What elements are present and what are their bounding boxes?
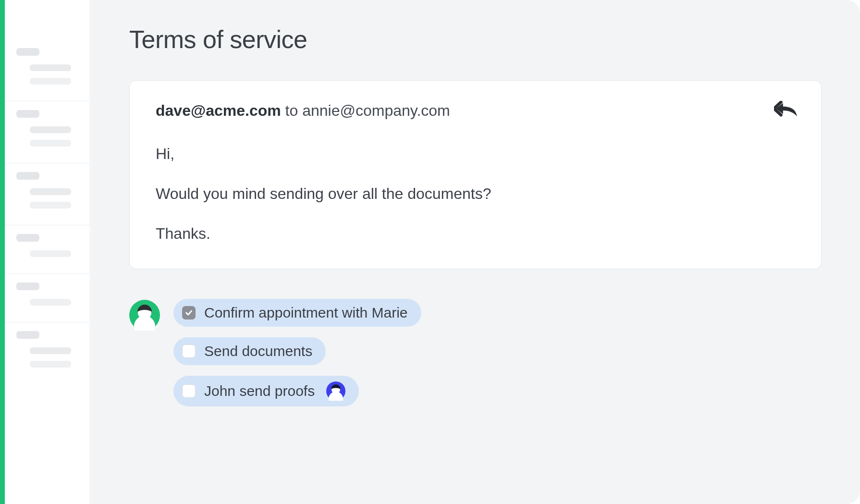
task-chip[interactable]: John send proofs (173, 376, 359, 406)
email-to: annie@company.com (302, 102, 450, 119)
sidebar-group (5, 322, 90, 384)
email-from: dave@acme.com (156, 102, 281, 119)
sidebar-skeleton-item (30, 78, 71, 85)
email-signoff: Thanks. (156, 223, 795, 244)
sidebar-group (5, 225, 90, 273)
task-label: Confirm appointment with Marie (204, 305, 408, 321)
task-label: Send documents (204, 343, 312, 359)
task-section: Confirm appointment with Marie Send docu… (129, 299, 822, 406)
sidebar-skeleton-item (30, 202, 71, 209)
sidebar-skeleton-item (30, 347, 71, 354)
email-to-word: to (285, 102, 298, 119)
reply-all-icon[interactable] (774, 101, 798, 118)
sidebar-skeleton-item (30, 250, 71, 257)
sidebar-skeleton-heading (16, 172, 39, 180)
accent-stripe (0, 0, 5, 504)
sidebar-skeleton-item (30, 361, 71, 368)
task-label: John send proofs (204, 383, 315, 399)
sidebar-group (5, 101, 90, 163)
checkbox-unchecked-icon[interactable] (182, 384, 196, 398)
sidebar-skeleton-heading (16, 234, 39, 242)
sidebar-skeleton-item (30, 126, 71, 133)
sidebar-group (5, 273, 90, 322)
sidebar-group (5, 163, 90, 225)
sidebar-skeleton-heading (16, 283, 39, 290)
email-body: Hi, Would you mind sending over all the … (156, 144, 795, 245)
checkbox-checked-icon[interactable] (182, 306, 196, 320)
email-greeting: Hi, (156, 144, 795, 164)
sidebar-skeleton-heading (16, 110, 39, 118)
sidebar-group (5, 0, 90, 101)
email-header: dave@acme.com to annie@company.com (156, 102, 795, 120)
page-title: Terms of service (129, 25, 822, 54)
sidebar-skeleton-item (30, 188, 71, 195)
checkbox-unchecked-icon[interactable] (182, 344, 196, 358)
email-card: dave@acme.com to annie@company.com Hi, W… (129, 80, 822, 269)
avatar (129, 300, 160, 331)
main-content: Terms of service dave@acme.com to annie@… (91, 0, 860, 504)
assignee-avatar (326, 381, 345, 401)
email-line: Would you mind sending over all the docu… (156, 184, 795, 204)
task-chip[interactable]: Confirm appointment with Marie (173, 299, 421, 327)
task-list: Confirm appointment with Marie Send docu… (173, 299, 421, 406)
sidebar-skeleton-heading (16, 48, 39, 56)
sidebar (5, 0, 90, 504)
sidebar-skeleton-heading (16, 331, 39, 339)
sidebar-skeleton-item (30, 299, 71, 306)
sidebar-skeleton-item (30, 140, 71, 147)
task-chip[interactable]: Send documents (173, 337, 326, 365)
sidebar-skeleton-item (30, 64, 71, 71)
